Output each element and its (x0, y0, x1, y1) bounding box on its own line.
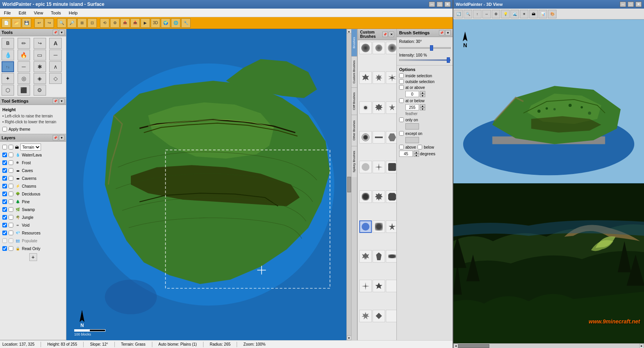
layer-deciduous[interactable]: 🌳 Deciduous (2, 190, 64, 198)
layers-expand[interactable]: ▼ (59, 135, 64, 140)
brush-15[interactable] (386, 161, 396, 173)
layer-resources-vis[interactable] (2, 231, 7, 235)
tool-circle[interactable]: ◎ (18, 73, 30, 84)
toolbar-undo[interactable]: ↩ (34, 18, 44, 28)
toolbar-new[interactable]: 📄 (2, 18, 11, 28)
layer-deciduous-vis[interactable] (2, 192, 7, 196)
terrain-select[interactable]: Terrain (20, 144, 41, 151)
at-above-up[interactable]: ▲ (420, 91, 425, 94)
layer-jungle-sel[interactable] (9, 215, 13, 220)
layer-pine-vis[interactable] (2, 199, 7, 204)
toolbar-3d[interactable]: 3D (151, 18, 160, 28)
layer-water-sel[interactable] (9, 153, 13, 157)
degrees-down[interactable]: ▼ (414, 154, 419, 157)
layer-populate-sel[interactable] (9, 238, 13, 243)
layer-frost[interactable]: ❄ Frost (2, 159, 64, 167)
at-or-above-check[interactable] (399, 85, 404, 90)
brush-settings-expand[interactable]: ▼ (445, 30, 451, 36)
layer-swamp[interactable]: 🌿 Swamp (2, 206, 64, 213)
3d-toolbar-btn5[interactable]: ⚙ (492, 10, 500, 18)
brush-23[interactable] (373, 250, 385, 263)
tool-flatten[interactable]: ◈ (34, 73, 46, 84)
terrain-check2[interactable] (9, 145, 13, 149)
tool-hex[interactable]: ⬡ (2, 85, 14, 96)
layer-jungle[interactable]: 🌴 Jungle (2, 213, 64, 221)
layer-deciduous-sel[interactable] (9, 192, 13, 196)
close-button[interactable]: ✕ (444, 2, 451, 7)
map-area[interactable]: N 100 blocks ▲ ▼ (66, 29, 351, 340)
brush-13[interactable] (359, 161, 372, 173)
brushes-pin[interactable]: 📌 (382, 32, 388, 37)
tool-ridge[interactable]: ∧ (49, 61, 62, 72)
brush-26[interactable] (373, 280, 385, 292)
layer-pine-sel[interactable] (9, 199, 13, 204)
menu-file[interactable]: File (2, 10, 13, 16)
toolbar-export[interactable]: 📤 (120, 18, 130, 28)
degrees-up[interactable]: ▲ (414, 151, 419, 154)
brush-29[interactable] (373, 310, 385, 322)
toolbar-play[interactable]: ▶ (141, 18, 150, 28)
brush-27[interactable] (386, 280, 396, 292)
brush-6[interactable] (386, 71, 396, 84)
at-above-value[interactable] (405, 91, 419, 97)
brushes-expand[interactable]: ✕ (389, 32, 394, 37)
tools-expand-icon[interactable]: ▼ (59, 30, 64, 35)
tool-smooth2[interactable]: ◇ (49, 73, 62, 84)
layer-frost-vis[interactable] (2, 160, 7, 165)
layer-caves-sel[interactable] (9, 168, 13, 173)
tool-move[interactable]: ✦ (2, 73, 14, 84)
toolbar-config[interactable]: ⚙ (110, 18, 120, 28)
menu-help[interactable]: Help (66, 10, 80, 16)
scroll-up-arrow[interactable]: ▲ (347, 29, 351, 34)
menu-tools[interactable]: Tools (48, 10, 63, 16)
tool-line[interactable]: ─ (49, 50, 62, 60)
layer-populate-vis[interactable] (2, 238, 7, 243)
brush-12[interactable] (386, 131, 396, 144)
tool-pencil[interactable]: ✏ (18, 38, 30, 49)
layer-water-vis[interactable] (2, 153, 7, 157)
tool-settings-expand[interactable]: ▼ (59, 98, 64, 104)
layer-jungle-vis[interactable] (2, 215, 7, 220)
tool-water[interactable]: 💧 (2, 50, 14, 60)
3d-minimize[interactable]: ─ (620, 2, 626, 7)
brush-30[interactable] (386, 310, 396, 322)
menu-edit[interactable]: Edit (16, 10, 29, 16)
3d-toolbar-btn2[interactable]: 🔍 (464, 10, 472, 18)
outside-selection-check[interactable] (399, 79, 404, 84)
tool-rotate[interactable]: ↪ (34, 38, 46, 49)
tool-noise[interactable]: ✱ (34, 61, 46, 72)
intensity-slider-track[interactable] (399, 57, 451, 63)
3d-toolbar-btn9[interactable]: 🏔 (529, 10, 538, 18)
toolbar-import[interactable]: 📥 (130, 18, 140, 28)
toolbar-extra2[interactable]: 🌐 (171, 18, 180, 28)
tool-text[interactable]: A (49, 38, 62, 49)
brush-4[interactable] (359, 71, 372, 84)
toolbar-extra1[interactable]: 🌍 (161, 18, 170, 28)
layer-swamp-vis[interactable] (2, 207, 7, 212)
cat-tab-spikey[interactable]: Spikey Brushes (351, 146, 357, 177)
3d-scroll-left[interactable]: ◄ (453, 344, 458, 348)
at-above-down[interactable]: ▼ (420, 94, 425, 97)
layer-void[interactable]: ∞ Void (2, 221, 64, 229)
layers-pin[interactable]: 📌 (53, 135, 58, 140)
maximize-button[interactable]: □ (437, 2, 443, 7)
layer-readonly-sel[interactable] (9, 246, 13, 251)
brush-10[interactable] (359, 131, 372, 144)
layer-void-sel[interactable] (9, 223, 13, 227)
layer-chasms-sel[interactable] (9, 184, 13, 188)
toolbar-save[interactable]: 💾 (22, 18, 31, 28)
brush-19-active[interactable] (359, 220, 372, 233)
add-layer-button[interactable]: + (29, 253, 37, 261)
3d-toolbar-btn6[interactable]: 💡 (501, 10, 510, 18)
scroll-thumb[interactable] (347, 177, 351, 192)
brush-18[interactable] (386, 190, 396, 203)
tool-height[interactable]: ↑↓ (2, 61, 14, 72)
tool-special[interactable]: ⚙ (34, 85, 46, 96)
layer-caverns-vis[interactable] (2, 176, 7, 181)
apply-theme-checkbox[interactable] (2, 127, 7, 131)
rotation-thumb[interactable] (430, 45, 433, 51)
intensity-thumb[interactable] (447, 57, 450, 63)
menu-view[interactable]: View (32, 10, 46, 16)
cat-tab-custom[interactable]: Custom Brushes (351, 56, 357, 87)
layer-resources[interactable]: 💎 Resources (2, 229, 64, 237)
